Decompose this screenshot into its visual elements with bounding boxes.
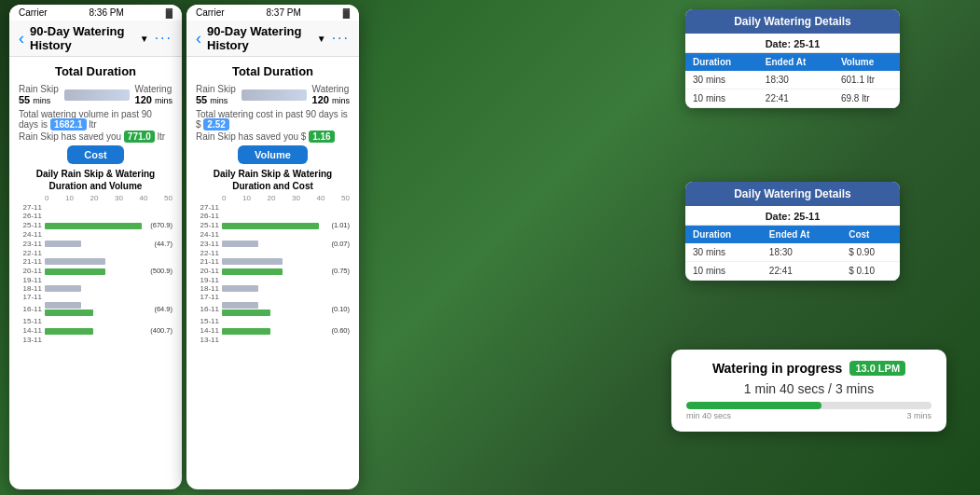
progress-card: Watering in progress 13.0 LPM 1 min 40 s…: [671, 350, 946, 432]
bar-row: 13-11: [45, 337, 173, 343]
bar-label: 22-11: [19, 249, 42, 257]
phone2-title: 90-Day Watering History ▼: [207, 24, 326, 52]
bar-value: (0.07): [331, 240, 350, 248]
phone1-content: Total Duration Rain Skip 55 mins Waterin…: [9, 57, 182, 352]
bar-value: (44.7): [154, 240, 173, 248]
bar-row: 25-11(670.9): [45, 221, 173, 229]
phone1-toggle-btn[interactable]: Cost: [67, 145, 123, 164]
table-row: 30 mins18:30601.1 ltr: [685, 71, 900, 89]
bar-row: 16-11(64.9): [45, 302, 173, 316]
phone1-battery: ▓: [166, 7, 173, 18]
bar-label: 20-11: [19, 267, 42, 275]
phone1-chart-title: Daily Rain Skip & Watering Duration and …: [19, 168, 173, 192]
phone1-carrier: Carrier: [19, 7, 48, 18]
bar-row: 23-11(0.07): [222, 240, 350, 248]
phone2-nav: ‹ 90-Day Watering History ▼ ···: [186, 21, 359, 57]
phone1-chart: 0 10 20 30 40 50 27-1126-1125-11(670.9)2…: [19, 194, 173, 343]
bar-gray: [222, 302, 258, 309]
bar-gray: [45, 285, 81, 292]
progress-time: 1 min 40 secs / 3 mins: [686, 381, 932, 396]
panel-cost-col1: Duration: [685, 226, 762, 243]
bar-value: (0.10): [331, 305, 350, 313]
bar-value: (0.75): [331, 267, 350, 275]
bar-label: 16-11: [196, 305, 219, 313]
bar-label: 24-11: [196, 230, 219, 239]
bar-gray: [222, 258, 283, 265]
bar-row: 18-11: [222, 285, 350, 292]
bar-row: 16-11(0.10): [222, 302, 350, 316]
bar-label: 17-11: [196, 293, 219, 301]
table-cell: $ 0.10: [841, 262, 900, 281]
bar-value: (64.9): [154, 305, 173, 313]
phone1-dots[interactable]: ···: [155, 30, 173, 47]
bar-label: 15-11: [19, 317, 42, 325]
bar-label: 17-11: [19, 293, 42, 301]
bar-row: 26-11: [45, 213, 173, 219]
phone2-chart-title: Daily Rain Skip & Watering Duration and …: [196, 168, 350, 192]
panel-volume-table: Duration Ended At Volume 30 mins18:30601…: [685, 53, 900, 108]
bar-label: 16-11: [19, 305, 42, 313]
bar-label: 21-11: [196, 257, 219, 266]
phone1-xaxis: 0 10 20 30 40 50: [45, 194, 173, 202]
bar-row: 21-11: [222, 258, 350, 265]
phone2-dots[interactable]: ···: [332, 30, 350, 47]
phone1-back-icon[interactable]: ‹: [19, 29, 24, 48]
phone2-chart: 0 10 20 30 40 50 27-1126-1125-11(1.01)24…: [196, 194, 350, 343]
panel-cost-header: Daily Watering Details: [685, 182, 900, 206]
progress-bar-fill: [686, 402, 821, 409]
bar-gray: [45, 258, 105, 265]
bar-label: 27-11: [196, 203, 219, 212]
table-cell: 18:30: [758, 71, 834, 89]
table-cell: 10 mins: [685, 262, 762, 281]
phone1-info2: Rain Skip has saved you 771.0 ltr: [19, 131, 173, 142]
bar-row: 27-11: [45, 204, 173, 211]
bar-green: [222, 268, 283, 275]
lpm-badge: 13.0 LPM: [849, 361, 905, 376]
table-row: 10 mins22:4169.8 ltr: [685, 89, 900, 108]
bar-gray: [45, 241, 81, 247]
bar-row: 19-11: [45, 277, 173, 283]
bar-green: [222, 328, 270, 335]
table-cell: 30 mins: [685, 243, 762, 262]
table-cell: 601.1 ltr: [834, 71, 900, 89]
phone1-time: 8:36 PM: [90, 7, 124, 18]
phone2-back-icon[interactable]: ‹: [196, 29, 201, 48]
panel-cost-col3: Cost: [841, 226, 900, 243]
table-cell: 22:41: [758, 89, 834, 108]
bar-row: 22-11: [222, 250, 350, 256]
table-cell: $ 0.90: [841, 243, 900, 262]
bar-green: [222, 309, 270, 316]
phone-2: Carrier 8:37 PM ▓ ‹ 90-Day Watering Hist…: [186, 5, 359, 489]
phone1-nav: ‹ 90-Day Watering History ▼ ···: [9, 21, 182, 57]
bar-green: [45, 268, 105, 275]
bar-row: 20-11(0.75): [222, 267, 350, 275]
phone2-toggle-btn[interactable]: Volume: [238, 145, 308, 164]
phone2-time: 8:37 PM: [267, 7, 301, 18]
phone2-info2: Rain Skip has saved you $ 1.16: [196, 131, 350, 142]
bar-label: 18-11: [196, 284, 219, 293]
phone1-status: Carrier 8:36 PM ▓: [9, 5, 182, 21]
bar-row: 15-11: [45, 318, 173, 324]
phone2-bars: 27-1126-1125-11(1.01)24-1123-11(0.07)22-…: [222, 204, 350, 343]
bar-label: 22-11: [196, 249, 219, 257]
bar-label: 25-11: [196, 221, 219, 229]
bar-label: 13-11: [196, 336, 219, 344]
bar-row: 13-11: [222, 337, 350, 343]
bar-row: 22-11: [45, 250, 173, 256]
bar-green: [45, 223, 142, 229]
phone1-info1: Total watering volume in past 90 days is…: [19, 109, 173, 130]
phone2-info1: Total watering cost in past 90 days is $…: [196, 109, 350, 130]
bar-row: 14-11(0.60): [222, 326, 350, 335]
table-row: 10 mins22:41$ 0.10: [685, 262, 900, 281]
panel-volume-col3: Volume: [834, 53, 900, 71]
bar-label: 20-11: [196, 267, 219, 275]
bar-label: 24-11: [19, 230, 42, 239]
bar-row: 24-11: [222, 231, 350, 238]
bar-green: [45, 309, 93, 316]
bar-value: (400.7): [150, 326, 173, 335]
phone1-duration-bar: [64, 89, 130, 101]
table-cell: 30 mins: [685, 71, 758, 89]
panel-cost-col2: Ended At: [762, 226, 841, 243]
bar-row: 20-11(500.9): [45, 267, 173, 275]
bar-row: 27-11: [222, 204, 350, 211]
